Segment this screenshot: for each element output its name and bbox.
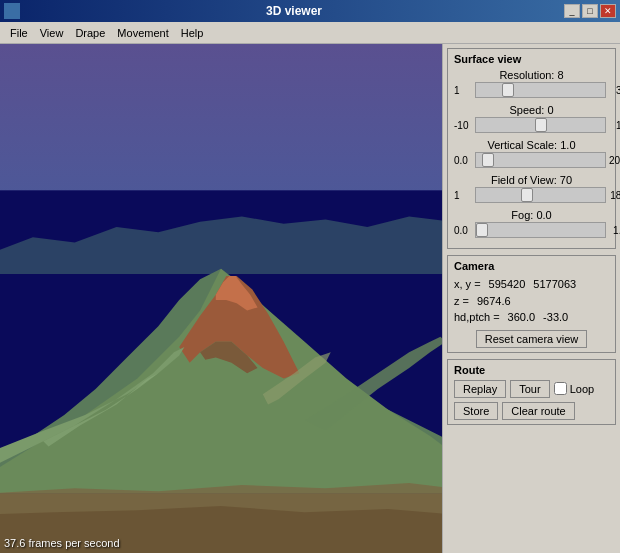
speed-label: Speed: 0: [454, 104, 609, 116]
fps-counter: 37.6 frames per second: [4, 537, 120, 549]
vertical-scale-slider[interactable]: [475, 152, 606, 168]
loop-label: Loop: [570, 383, 594, 395]
fov-label: Field of View: 70: [454, 174, 609, 186]
fov-slider[interactable]: [475, 187, 606, 203]
vertical-scale-max: 20.0: [609, 155, 620, 166]
vertical-scale-slider-row: Vertical Scale: 1.0 0.0 20.0: [454, 139, 609, 168]
camera-xy-row: x, y = 595420 5177063: [454, 276, 609, 293]
fog-slider-row: Fog: 0.0 0.0 1.0: [454, 209, 609, 238]
title-bar: 3D viewer _ □ ✕: [0, 0, 620, 22]
menu-drape[interactable]: Drape: [69, 25, 111, 41]
camera-y-value: 5177063: [533, 276, 576, 293]
speed-slider[interactable]: [475, 117, 606, 133]
menu-view[interactable]: View: [34, 25, 70, 41]
camera-pitch-value: -33.0: [543, 309, 568, 326]
menu-movement[interactable]: Movement: [111, 25, 174, 41]
fov-slider-row: Field of View: 70 1 180: [454, 174, 609, 203]
camera-z-row: z = 9674.6: [454, 293, 609, 310]
camera-section: Camera x, y = 595420 5177063 z = 9674.6 …: [447, 255, 616, 353]
camera-z-label: z =: [454, 293, 469, 310]
fov-max: 180: [609, 190, 620, 201]
camera-hd-value: 360.0: [508, 309, 536, 326]
resolution-max: 32: [609, 85, 620, 96]
fog-slider[interactable]: [475, 222, 606, 238]
surface-view-section: Surface view Resolution: 8 1 32 Speed: 0…: [447, 48, 616, 249]
main-content: 37.6 frames per second Surface view Reso…: [0, 44, 620, 553]
menu-file[interactable]: File: [4, 25, 34, 41]
close-button[interactable]: ✕: [600, 4, 616, 18]
camera-hd-row: hd,ptch = 360.0 -33.0: [454, 309, 609, 326]
resolution-slider[interactable]: [475, 82, 606, 98]
menu-help[interactable]: Help: [175, 25, 210, 41]
loop-checkbox[interactable]: [554, 382, 567, 395]
vertical-scale-min: 0.0: [454, 155, 472, 166]
resolution-min: 1: [454, 85, 472, 96]
right-panel: Surface view Resolution: 8 1 32 Speed: 0…: [442, 44, 620, 553]
window-title: 3D viewer: [24, 4, 564, 18]
tour-button[interactable]: Tour: [510, 380, 549, 398]
store-button[interactable]: Store: [454, 402, 498, 420]
terrain-render: [0, 44, 442, 553]
maximize-button[interactable]: □: [582, 4, 598, 18]
fog-min: 0.0: [454, 225, 472, 236]
resolution-slider-row: Resolution: 8 1 32: [454, 69, 609, 98]
route-top-buttons: Replay Tour Loop: [454, 380, 609, 398]
loop-row: Loop: [554, 382, 594, 395]
vertical-scale-label: Vertical Scale: 1.0: [454, 139, 609, 151]
camera-z-value: 9674.6: [477, 293, 511, 310]
window-controls: _ □ ✕: [564, 4, 616, 18]
replay-button[interactable]: Replay: [454, 380, 506, 398]
route-section: Route Replay Tour Loop Store Clear route: [447, 359, 616, 425]
speed-max: 10: [609, 120, 620, 131]
camera-title: Camera: [454, 260, 609, 272]
app-icon: [4, 3, 20, 19]
3d-viewport[interactable]: 37.6 frames per second: [0, 44, 442, 553]
reset-camera-button[interactable]: Reset camera view: [476, 330, 588, 348]
fog-label: Fog: 0.0: [454, 209, 609, 221]
camera-x-value: 595420: [489, 276, 526, 293]
minimize-button[interactable]: _: [564, 4, 580, 18]
resolution-label: Resolution: 8: [454, 69, 609, 81]
speed-min: -10: [454, 120, 472, 131]
clear-route-button[interactable]: Clear route: [502, 402, 574, 420]
fov-min: 1: [454, 190, 472, 201]
camera-data: x, y = 595420 5177063 z = 9674.6 hd,ptch…: [454, 276, 609, 326]
camera-xy-label: x, y =: [454, 276, 481, 293]
route-title: Route: [454, 364, 609, 376]
menu-bar: File View Drape Movement Help: [0, 22, 620, 44]
route-bottom-buttons: Store Clear route: [454, 402, 609, 420]
camera-hd-label: hd,ptch =: [454, 309, 500, 326]
speed-slider-row: Speed: 0 -10 10: [454, 104, 609, 133]
surface-view-title: Surface view: [454, 53, 609, 65]
fog-max: 1.0: [609, 225, 620, 236]
